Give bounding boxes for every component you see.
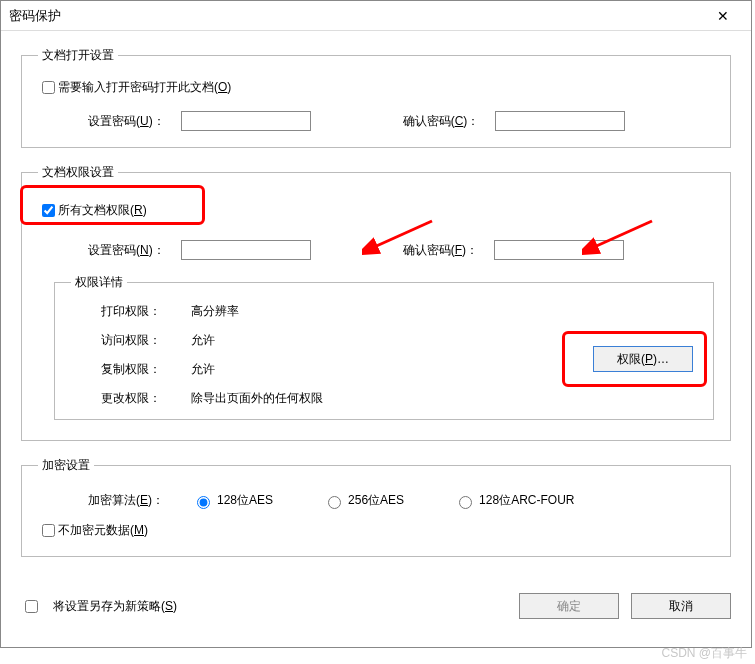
perm-password-row: 设置密码(N)： 确认密码(F)： [38, 240, 714, 260]
aes128-radio[interactable] [197, 496, 210, 509]
encryption-settings-group: 加密设置 加密算法(E)： 128位AES 256位AES [21, 457, 731, 557]
perm-button-wrap: 权限(P)… [593, 346, 693, 372]
change-perm-value: 除导出页面外的任何权限 [191, 390, 697, 407]
no-encrypt-metadata-row: 不加密元数据(M) [38, 521, 714, 540]
permissions-button[interactable]: 权限(P)… [593, 346, 693, 372]
ok-button[interactable]: 确定 [519, 593, 619, 619]
bottom-bar: 将设置另存为新策略(S) 确定 取消 [1, 583, 751, 619]
encryption-algo-label: 加密算法(E)： [88, 492, 174, 509]
open-set-password-input[interactable] [181, 111, 311, 131]
highlight-all-perm [20, 185, 205, 225]
arcfour128-option[interactable]: 128位ARC-FOUR [454, 492, 574, 509]
open-settings-group: 文档打开设置 需要输入打开密码打开此文档(O) 设置密码(U)： 确认密码(C)… [21, 47, 731, 148]
open-confirm-password-label: 确认密码(C)： [403, 113, 490, 130]
titlebar: 密码保护 ✕ [1, 1, 751, 31]
require-open-password-checkbox[interactable] [42, 81, 55, 94]
arcfour128-label: 128位ARC-FOUR [479, 492, 574, 509]
open-set-password-label: 设置密码(U)： [88, 113, 175, 130]
perm-set-password-label: 设置密码(N)： [88, 242, 175, 259]
encryption-settings-legend: 加密设置 [38, 457, 94, 474]
change-perm-label: 更改权限： [101, 390, 191, 407]
password-protection-dialog: 密码保护 ✕ 文档打开设置 需要输入打开密码打开此文档(O) 设置密码(U)： [0, 0, 752, 648]
no-encrypt-metadata-checkbox[interactable] [42, 524, 55, 537]
cancel-button[interactable]: 取消 [631, 593, 731, 619]
perm-confirm-password-input[interactable] [494, 240, 624, 260]
aes128-option[interactable]: 128位AES [192, 492, 273, 509]
watermark-text: CSDN @百事牛 [661, 645, 747, 662]
open-password-row: 设置密码(U)： 确认密码(C)： [38, 111, 714, 131]
encryption-algo-row: 加密算法(E)： 128位AES 256位AES 128位ARC-FOUR [38, 492, 714, 509]
dialog-title: 密码保护 [9, 7, 703, 25]
close-icon: ✕ [717, 8, 729, 24]
encryption-radio-group: 128位AES 256位AES 128位ARC-FOUR [192, 492, 574, 509]
perm-settings-group: 文档权限设置 所有文档权限(R) 设置密码(N)： 确认密码(F)： [21, 164, 731, 441]
open-confirm-password-input[interactable] [495, 111, 625, 131]
aes256-option[interactable]: 256位AES [323, 492, 404, 509]
save-as-strategy-checkbox[interactable] [25, 600, 38, 613]
perm-settings-legend: 文档权限设置 [38, 164, 118, 181]
print-perm-value: 高分辨率 [191, 303, 697, 320]
save-as-strategy-label: 将设置另存为新策略(S) [53, 598, 177, 615]
aes256-radio[interactable] [328, 496, 341, 509]
require-open-password-label: 需要输入打开密码打开此文档(O) [58, 79, 231, 96]
close-button[interactable]: ✕ [703, 2, 743, 30]
arcfour128-radio[interactable] [459, 496, 472, 509]
no-encrypt-metadata-label: 不加密元数据(M) [58, 522, 148, 539]
dialog-body: 文档打开设置 需要输入打开密码打开此文档(O) 设置密码(U)： 确认密码(C)… [1, 31, 751, 583]
require-open-password-row: 需要输入打开密码打开此文档(O) [38, 78, 714, 97]
copy-perm-label: 复制权限： [101, 361, 191, 378]
aes128-label: 128位AES [217, 492, 273, 509]
perm-detail-legend: 权限详情 [71, 274, 127, 291]
access-perm-label: 访问权限： [101, 332, 191, 349]
perm-set-password-input[interactable] [181, 240, 311, 260]
perm-confirm-password-label: 确认密码(F)： [403, 242, 488, 259]
aes256-label: 256位AES [348, 492, 404, 509]
open-settings-legend: 文档打开设置 [38, 47, 118, 64]
print-perm-label: 打印权限： [101, 303, 191, 320]
perm-detail-group: 权限详情 打印权限： 高分辨率 访问权限： 允许 复制权限： 允许 更改权限： … [54, 274, 714, 420]
